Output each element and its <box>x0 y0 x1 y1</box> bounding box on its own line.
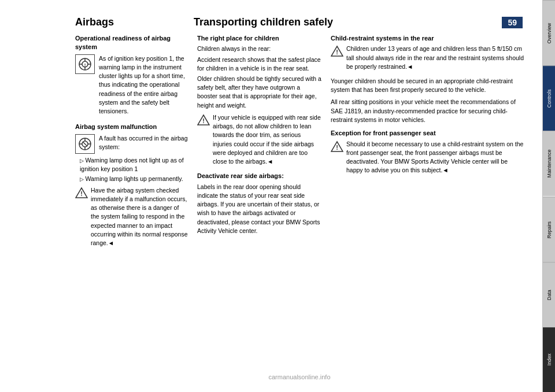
airbag-malfunction-heading: Airbag system malfunction <box>75 123 188 131</box>
airbag-icon-svg: ! <box>77 57 92 72</box>
child-restraint-warning: ! Children under 13 years of age and chi… <box>331 45 524 73</box>
exception-front-warning: ! Should it become necessary to use a ch… <box>331 140 524 177</box>
sidebar-tab-overview[interactable]: Overview <box>543 0 555 65</box>
exception-front-section: Exception for front passenger seat ! Sho… <box>331 129 524 177</box>
exception-front-heading: Exception for front passenger seat <box>331 129 524 138</box>
sidebar-tab-maintenance[interactable]: Maintenance <box>543 131 555 196</box>
triangle-warning-icon-3: ! <box>331 45 343 58</box>
center-column: The right place for children Children al… <box>197 34 321 368</box>
airbag-fault-icon-svg <box>77 136 92 151</box>
operational-readiness-text: As of ignition key position 1, the warni… <box>99 54 188 116</box>
center-section-title: Transporting children safely <box>194 16 333 28</box>
airbag-warning-icon: ! <box>75 54 95 74</box>
deactivate-text: Labels in the rear door opening should i… <box>197 183 321 235</box>
bullet-1: ▷ Warning lamp does not light up as of i… <box>75 156 188 173</box>
sidebar-tab-index[interactable]: Index <box>543 327 555 392</box>
children-rear-text: Children always in the rear: <box>197 45 321 53</box>
airbag-check-warning: ! Have the airbag system checked immedia… <box>75 186 188 250</box>
triangle-warning-icon-4: ! <box>331 140 343 153</box>
airbag-check-text: Have the airbag system checked immediate… <box>91 186 188 248</box>
operational-readiness-heading: Operational readiness of airbag system <box>75 34 188 52</box>
younger-children-text: Younger children should be secured in an… <box>331 77 524 94</box>
sidebar-tab-repairs[interactable]: Repairs <box>543 197 555 262</box>
bullet-2: ▷ Warning lamp lights up permanently. <box>75 175 188 183</box>
accident-research-text: Accident research shows that the safest … <box>197 56 321 73</box>
svg-text:!: ! <box>84 62 86 68</box>
sidebar-tab-controls[interactable]: Controls <box>543 65 555 131</box>
rear-airbags-text: If your vehicle is equipped with rear si… <box>213 113 321 166</box>
svg-text:!: ! <box>336 49 338 56</box>
left-column: Operational readiness of airbag system <box>75 34 188 368</box>
page-number: 59 <box>502 17 523 28</box>
exception-front-text: Should it become necessary to use a chil… <box>346 140 524 175</box>
deactivate-section: Deactivate rear side airbags: Labels in … <box>197 172 321 235</box>
left-section-title: Airbags <box>75 16 114 28</box>
airbag-malfunction-section: Airbag system malfunction <box>75 123 188 183</box>
child-restraint-rear-section: Child-restraint systems in the rear ! Ch… <box>331 34 524 73</box>
airbag-malfunction-content: A fault has occurred in the airbag syste… <box>75 134 188 154</box>
child-restraint-text: Children under 13 years of age and child… <box>346 45 524 71</box>
svg-text:!: ! <box>336 144 338 151</box>
airbag-malfunction-text: A fault has occurred in the airbag syste… <box>99 134 188 151</box>
airbag-fault-icon <box>75 134 95 154</box>
svg-text:!: ! <box>80 190 83 197</box>
triangle-warning-icon-1: ! <box>75 187 88 199</box>
operational-readiness-section: Operational readiness of airbag system <box>75 34 188 118</box>
operational-readiness-content: ! As of ignition key position 1, the war… <box>75 54 188 119</box>
watermark: carmanualsonline.info <box>75 368 524 380</box>
rear-airbags-warning: ! If your vehicle is equipped with rear … <box>197 113 321 168</box>
triangle-warning-icon-2: ! <box>197 114 210 127</box>
svg-line-13 <box>83 142 87 146</box>
sidebar-tab-data[interactable]: Data <box>543 262 555 327</box>
child-restraint-heading: Child-restraint systems in the rear <box>331 34 524 43</box>
svg-text:!: ! <box>202 117 205 124</box>
sidebar: Overview Controls Maintenance Repairs Da… <box>542 0 555 392</box>
deactivate-heading: Deactivate rear side airbags: <box>197 172 321 180</box>
right-place-heading: The right place for children <box>197 34 321 43</box>
right-column: Child-restraint systems in the rear ! Ch… <box>331 34 524 368</box>
older-children-text: Older children should be tightly secured… <box>197 75 321 110</box>
rear-sitting-text: All rear sitting positions in your vehic… <box>331 98 524 124</box>
right-place-section: The right place for children Children al… <box>197 34 321 110</box>
